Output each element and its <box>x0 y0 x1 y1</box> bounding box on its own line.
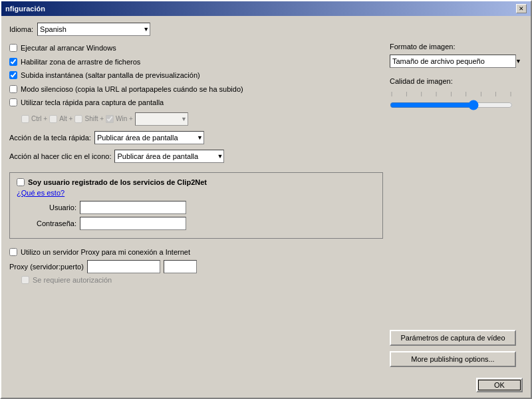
hotkey-key-wrapper: ▼ <box>135 112 188 126</box>
language-select[interactable]: Spanish English French <box>37 23 150 36</box>
clip2net-label: Soy usuario registrado de los servicios … <box>28 178 207 186</box>
footer: OK <box>1 374 531 398</box>
right-buttons: Parámetros de captura de vídeo More publ… <box>390 317 523 367</box>
idioma-label: Idioma: <box>9 25 33 33</box>
hotkey-win-checkbox <box>106 115 114 123</box>
checkbox-subida-label: Subida instantánea (saltar pantalla de p… <box>21 70 200 81</box>
action-icono-wrapper: Publicar área de pantalla Capturar panta… <box>114 150 224 163</box>
proxy-label: Proxy (servidor:puerto) <box>9 263 84 271</box>
se-requiere-label: Se requiere autorización <box>33 276 112 284</box>
checkbox-modo: Modo silencioso (copia la URL al portapa… <box>9 84 383 95</box>
action-icono-label: Acción al hacer clic en el icono: <box>9 152 111 160</box>
checkbox-ejecutar-input[interactable] <box>9 44 17 52</box>
proxy-section: Utilizo un servidor Proxy para mi conexi… <box>9 247 383 285</box>
window-title: nfiguración <box>5 5 45 13</box>
proxy-fields: Proxy (servidor:puerto) <box>9 260 383 273</box>
se-requiere-checkbox <box>21 276 29 284</box>
hotkey-ctrl-checkbox <box>21 115 29 123</box>
clip2net-section: Soy usuario registrado de los servicios … <box>9 172 383 239</box>
hotkey-ctrl-label: Ctrl + <box>31 115 47 122</box>
hotkey-shift-checkbox <box>74 115 82 123</box>
proxy-server-input[interactable] <box>87 260 160 273</box>
checkbox-habilitar: Habilitar zona de arrastre de ficheros <box>9 57 383 68</box>
hotkey-alt-checkbox <box>49 115 57 123</box>
checkbox-utilizar-label: Utilizar tecla rápida para captura de pa… <box>21 97 164 108</box>
contrasena-row: Contraseña: <box>17 217 376 230</box>
calidad-label: Calidad de imagen: <box>390 77 523 85</box>
usuario-input[interactable] <box>80 201 186 214</box>
hotkey-shift-label: Shift + <box>84 115 104 122</box>
proxy-checkbox-label: Utilizo un servidor Proxy para mi conexi… <box>21 247 190 258</box>
main-content: Idioma: Spanish English French ▼ Ejecuta… <box>1 16 531 374</box>
checkbox-ejecutar-label: Ejecutar al arrancar Windows <box>21 43 116 54</box>
title-bar: nfiguración ✕ <box>1 1 531 16</box>
left-panel: Ejecutar al arrancar Windows Habilitar z… <box>9 43 383 367</box>
checkbox-habilitar-label: Habilitar zona de arrastre de ficheros <box>21 57 140 68</box>
action-icono-row: Acción al hacer clic en el icono: Public… <box>9 150 383 163</box>
publishing-options-button[interactable]: More publishing options... <box>390 351 516 367</box>
calidad-section: Calidad de imagen: | | | | | | | | | <box>390 77 523 111</box>
contrasena-input[interactable] <box>80 217 186 230</box>
hotkey-key-select[interactable] <box>135 112 188 126</box>
right-panel: Formato de imagen: Tamaño de archivo peq… <box>390 43 523 367</box>
language-row: Idioma: Spanish English French ▼ <box>9 23 523 36</box>
usuario-row: Usuario: <box>17 201 376 214</box>
proxy-port-input[interactable] <box>164 260 197 273</box>
proxy-checkbox-row: Utilizo un servidor Proxy para mi conexi… <box>9 247 383 258</box>
checkbox-utilizar-input[interactable] <box>9 98 17 106</box>
slider-ticks: | | | | | | | | | <box>390 90 513 96</box>
hotkey-row: Ctrl + Alt + Shift + Win + ▼ <box>21 112 383 126</box>
proxy-checkbox[interactable] <box>9 248 17 256</box>
clip2net-checkbox[interactable] <box>17 178 25 186</box>
ok-button[interactable]: OK <box>476 378 523 392</box>
usuario-label: Usuario: <box>30 203 76 211</box>
video-params-button[interactable]: Parámetros de captura de vídeo <box>390 330 516 346</box>
formato-select-wrapper: Tamaño de archivo pequeño Alta calidad P… <box>390 55 523 68</box>
action-tecla-label: Acción de la tecla rápida: <box>9 134 91 142</box>
close-button[interactable]: ✕ <box>516 4 527 13</box>
clip2net-link[interactable]: ¿Qué es esto? <box>17 189 65 197</box>
checkbox-ejecutar: Ejecutar al arrancar Windows <box>9 43 383 54</box>
calidad-slider[interactable] <box>390 99 513 111</box>
formato-label: Formato de imagen: <box>390 43 523 51</box>
action-tecla-select[interactable]: Publicar área de pantalla Capturar panta… <box>94 131 204 144</box>
checkbox-modo-input[interactable] <box>9 85 17 93</box>
formato-arrow: ▼ <box>515 58 521 65</box>
contrasena-label: Contraseña: <box>30 219 76 227</box>
action-tecla-row: Acción de la tecla rápida: Publicar área… <box>9 131 383 144</box>
checkbox-subida-input[interactable] <box>9 71 17 79</box>
main-area: Ejecutar al arrancar Windows Habilitar z… <box>9 43 523 367</box>
formato-select[interactable]: Tamaño de archivo pequeño Alta calidad P… <box>390 55 516 68</box>
se-requiere-row: Se requiere autorización <box>21 276 383 284</box>
action-icono-select[interactable]: Publicar área de pantalla Capturar panta… <box>114 150 224 163</box>
checkbox-utilizar: Utilizar tecla rápida para captura de pa… <box>9 97 383 108</box>
config-window: nfiguración ✕ Idioma: Spanish English Fr… <box>0 0 532 399</box>
title-bar-buttons: ✕ <box>516 4 527 13</box>
language-select-wrapper: Spanish English French ▼ <box>37 23 150 36</box>
formato-section: Formato de imagen: Tamaño de archivo peq… <box>390 43 523 68</box>
checkbox-habilitar-input[interactable] <box>9 58 17 66</box>
hotkey-win-label: Win + <box>116 115 133 122</box>
hotkey-alt-label: Alt + <box>59 115 72 122</box>
clip2net-header: Soy usuario registrado de los servicios … <box>17 178 376 186</box>
action-tecla-wrapper: Publicar área de pantalla Capturar panta… <box>94 131 204 144</box>
checkbox-modo-label: Modo silencioso (copia la URL al portapa… <box>21 84 243 95</box>
checkbox-subida: Subida instantánea (saltar pantalla de p… <box>9 70 383 81</box>
